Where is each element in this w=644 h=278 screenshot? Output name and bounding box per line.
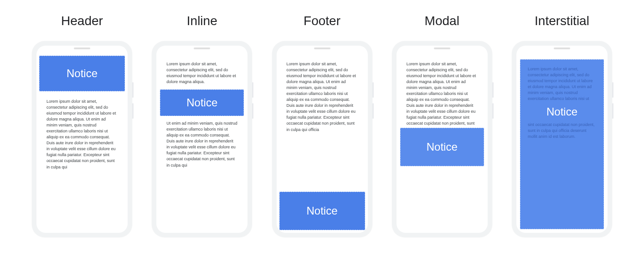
lorem-paragraph: Lorem ipsum dolor sit amet, consectetur … (46, 99, 118, 170)
variant-title-inline: Inline (187, 14, 217, 28)
body-text: Lorem ipsum dolor sit amet, consectetur … (277, 56, 368, 143)
lorem-paragraph: Ut enim ad minim veniam, quis nostrud ex… (166, 121, 237, 168)
variant-title-footer: Footer (304, 14, 340, 28)
phone-mockup: Lorem ipsum dolor sit amet, consectetur … (272, 41, 372, 237)
phone-mockup: Notice Lorem ipsum dolor sit amet, conse… (32, 41, 132, 237)
phone-screen: Lorem ipsum dolor sit amet, consectetur … (156, 46, 247, 233)
phone-mockup: Lorem ipsum dolor sit amet, consectetur … (152, 41, 252, 237)
notice-banner-header: Notice (39, 56, 125, 91)
placement-variants-row: Header Notice Lorem ipsum dolor sit amet… (0, 0, 644, 237)
phone-mockup: Lorem ipsum dolor sit amet, consectetur … (512, 41, 612, 237)
notice-overlay-interstitial: Lorem ipsum dolor sit amet, consectetur … (520, 59, 604, 229)
variant-modal: Modal Lorem ipsum dolor sit amet, consec… (387, 14, 497, 237)
variant-title-header: Header (61, 14, 103, 28)
variant-title-interstitial: Interstitial (535, 14, 589, 28)
dimmed-text-top: Lorem ipsum dolor sit amet, consectetur … (528, 66, 596, 102)
phone-screen: Lorem ipsum dolor sit amet, consectetur … (516, 46, 608, 233)
body-text: Lorem ipsum dolor sit amet, consectetur … (156, 56, 247, 178)
lorem-paragraph: Lorem ipsum dolor sit amet, consectetur … (287, 61, 358, 133)
variant-footer: Footer Lorem ipsum dolor sit amet, conse… (268, 14, 377, 237)
phone-screen: Notice Lorem ipsum dolor sit amet, conse… (36, 46, 128, 233)
variant-header: Header Notice Lorem ipsum dolor sit amet… (27, 14, 137, 237)
notice-banner-modal: Notice (400, 128, 484, 166)
dimmed-text-bottom: sint occaecat cupidatat non proident, su… (528, 122, 596, 140)
variant-title-modal: Modal (425, 14, 459, 28)
phone-screen: Lorem ipsum dolor sit amet, consectetur … (277, 46, 368, 233)
notice-banner-footer: Notice (279, 192, 365, 230)
body-text: Lorem ipsum dolor sit amet, consectetur … (36, 93, 128, 180)
notice-label: Notice (528, 105, 596, 118)
notice-banner-inline: Notice (160, 89, 244, 116)
variant-inline: Inline Lorem ipsum dolor sit amet, conse… (147, 14, 257, 237)
lorem-paragraph: Lorem ipsum dolor sit amet, consectetur … (407, 61, 478, 139)
phone-screen: Lorem ipsum dolor sit amet, consectetur … (397, 46, 488, 233)
variant-interstitial: Interstitial Lorem ipsum dolor sit amet,… (507, 14, 617, 237)
lorem-paragraph: Lorem ipsum dolor sit amet, consectetur … (166, 61, 237, 85)
phone-mockup: Lorem ipsum dolor sit amet, consectetur … (392, 41, 492, 237)
